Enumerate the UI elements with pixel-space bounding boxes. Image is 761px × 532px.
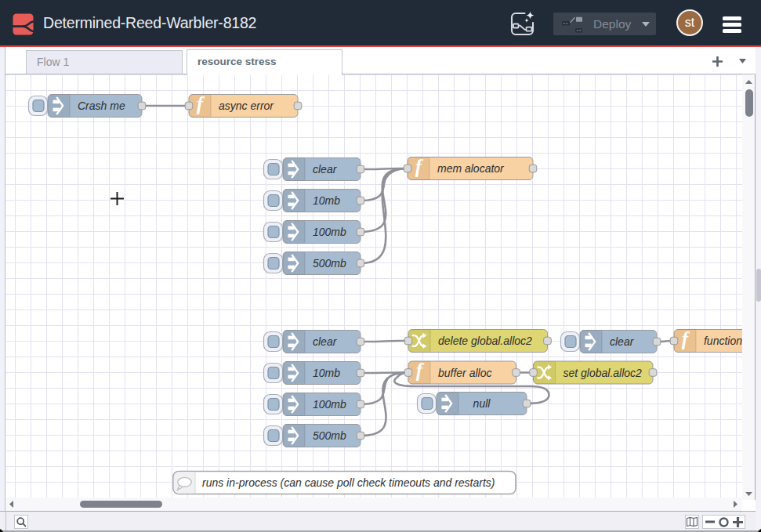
svg-text:clear: clear [313,163,338,176]
svg-text:500mb: 500mb [313,429,346,442]
svg-text:100mb: 100mb [313,398,346,411]
svg-text:null: null [473,397,491,410]
svg-text:10mb: 10mb [313,194,340,207]
svg-text:500mb: 500mb [313,257,346,270]
svg-text:set global.alloc2: set global.alloc2 [563,367,642,379]
svg-text:Crash me: Crash me [78,100,125,112]
svg-text:mem alocator: mem alocator [437,162,505,175]
svg-text:runs in-process (can cause pol: runs in-process (can cause poll check ti… [202,476,495,489]
svg-text:async error: async error [219,100,274,112]
svg-text:buffer alloc: buffer alloc [438,367,491,379]
svg-text:clear: clear [313,335,338,348]
svg-text:10mb: 10mb [313,367,340,379]
svg-text:function: function [704,335,742,347]
svg-text:100mb: 100mb [313,226,346,238]
svg-text:clear: clear [610,335,635,348]
svg-text:delete global.alloc2: delete global.alloc2 [438,335,532,347]
